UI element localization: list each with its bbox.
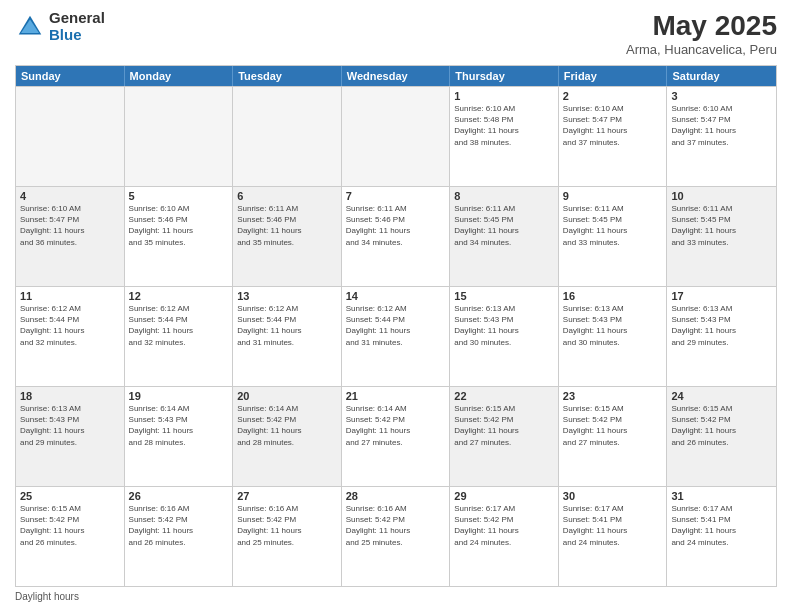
day-number: 10 [671, 190, 772, 202]
day-info: Sunrise: 6:11 AM Sunset: 5:46 PM Dayligh… [237, 203, 337, 248]
day-number: 21 [346, 390, 446, 402]
calendar-cell [16, 87, 125, 186]
calendar-header-cell: Saturday [667, 66, 776, 86]
day-number: 12 [129, 290, 229, 302]
day-info: Sunrise: 6:16 AM Sunset: 5:42 PM Dayligh… [129, 503, 229, 548]
day-number: 9 [563, 190, 663, 202]
calendar-cell: 21Sunrise: 6:14 AM Sunset: 5:42 PM Dayli… [342, 387, 451, 486]
calendar-cell: 5Sunrise: 6:10 AM Sunset: 5:46 PM Daylig… [125, 187, 234, 286]
day-info: Sunrise: 6:12 AM Sunset: 5:44 PM Dayligh… [129, 303, 229, 348]
calendar-row: 18Sunrise: 6:13 AM Sunset: 5:43 PM Dayli… [16, 386, 776, 486]
day-number: 17 [671, 290, 772, 302]
calendar-header-cell: Friday [559, 66, 668, 86]
calendar-cell: 4Sunrise: 6:10 AM Sunset: 5:47 PM Daylig… [16, 187, 125, 286]
calendar-cell [233, 87, 342, 186]
logo: General Blue [15, 10, 105, 43]
calendar-row: 1Sunrise: 6:10 AM Sunset: 5:48 PM Daylig… [16, 86, 776, 186]
day-info: Sunrise: 6:16 AM Sunset: 5:42 PM Dayligh… [346, 503, 446, 548]
day-number: 16 [563, 290, 663, 302]
day-number: 25 [20, 490, 120, 502]
calendar-cell: 15Sunrise: 6:13 AM Sunset: 5:43 PM Dayli… [450, 287, 559, 386]
logo-blue: Blue [49, 27, 105, 44]
calendar-cell: 23Sunrise: 6:15 AM Sunset: 5:42 PM Dayli… [559, 387, 668, 486]
day-info: Sunrise: 6:10 AM Sunset: 5:46 PM Dayligh… [129, 203, 229, 248]
calendar-cell: 31Sunrise: 6:17 AM Sunset: 5:41 PM Dayli… [667, 487, 776, 586]
day-number: 3 [671, 90, 772, 102]
calendar-header-cell: Wednesday [342, 66, 451, 86]
calendar-cell: 30Sunrise: 6:17 AM Sunset: 5:41 PM Dayli… [559, 487, 668, 586]
day-number: 26 [129, 490, 229, 502]
day-info: Sunrise: 6:10 AM Sunset: 5:48 PM Dayligh… [454, 103, 554, 148]
day-number: 7 [346, 190, 446, 202]
month-title: May 2025 [626, 10, 777, 42]
calendar-cell: 25Sunrise: 6:15 AM Sunset: 5:42 PM Dayli… [16, 487, 125, 586]
day-number: 20 [237, 390, 337, 402]
day-info: Sunrise: 6:11 AM Sunset: 5:45 PM Dayligh… [671, 203, 772, 248]
calendar-header-cell: Tuesday [233, 66, 342, 86]
day-info: Sunrise: 6:16 AM Sunset: 5:42 PM Dayligh… [237, 503, 337, 548]
calendar-row: 25Sunrise: 6:15 AM Sunset: 5:42 PM Dayli… [16, 486, 776, 586]
day-info: Sunrise: 6:13 AM Sunset: 5:43 PM Dayligh… [20, 403, 120, 448]
calendar-cell: 24Sunrise: 6:15 AM Sunset: 5:42 PM Dayli… [667, 387, 776, 486]
day-info: Sunrise: 6:17 AM Sunset: 5:42 PM Dayligh… [454, 503, 554, 548]
calendar-cell: 9Sunrise: 6:11 AM Sunset: 5:45 PM Daylig… [559, 187, 668, 286]
calendar-cell: 14Sunrise: 6:12 AM Sunset: 5:44 PM Dayli… [342, 287, 451, 386]
day-number: 11 [20, 290, 120, 302]
day-info: Sunrise: 6:13 AM Sunset: 5:43 PM Dayligh… [454, 303, 554, 348]
calendar-cell: 17Sunrise: 6:13 AM Sunset: 5:43 PM Dayli… [667, 287, 776, 386]
day-info: Sunrise: 6:13 AM Sunset: 5:43 PM Dayligh… [563, 303, 663, 348]
day-number: 6 [237, 190, 337, 202]
day-info: Sunrise: 6:15 AM Sunset: 5:42 PM Dayligh… [454, 403, 554, 448]
title-block: May 2025 Arma, Huancavelica, Peru [626, 10, 777, 57]
calendar-cell: 3Sunrise: 6:10 AM Sunset: 5:47 PM Daylig… [667, 87, 776, 186]
day-number: 2 [563, 90, 663, 102]
calendar-cell: 26Sunrise: 6:16 AM Sunset: 5:42 PM Dayli… [125, 487, 234, 586]
day-number: 14 [346, 290, 446, 302]
page: General Blue May 2025 Arma, Huancavelica… [0, 0, 792, 612]
day-info: Sunrise: 6:17 AM Sunset: 5:41 PM Dayligh… [671, 503, 772, 548]
location: Arma, Huancavelica, Peru [626, 42, 777, 57]
day-number: 5 [129, 190, 229, 202]
calendar-cell: 12Sunrise: 6:12 AM Sunset: 5:44 PM Dayli… [125, 287, 234, 386]
day-info: Sunrise: 6:17 AM Sunset: 5:41 PM Dayligh… [563, 503, 663, 548]
calendar: SundayMondayTuesdayWednesdayThursdayFrid… [15, 65, 777, 587]
calendar-cell: 18Sunrise: 6:13 AM Sunset: 5:43 PM Dayli… [16, 387, 125, 486]
day-info: Sunrise: 6:15 AM Sunset: 5:42 PM Dayligh… [20, 503, 120, 548]
day-info: Sunrise: 6:11 AM Sunset: 5:45 PM Dayligh… [454, 203, 554, 248]
header: General Blue May 2025 Arma, Huancavelica… [15, 10, 777, 57]
calendar-cell [342, 87, 451, 186]
footer-note: Daylight hours [15, 591, 777, 602]
calendar-header-cell: Sunday [16, 66, 125, 86]
calendar-body: 1Sunrise: 6:10 AM Sunset: 5:48 PM Daylig… [16, 86, 776, 586]
calendar-cell: 28Sunrise: 6:16 AM Sunset: 5:42 PM Dayli… [342, 487, 451, 586]
calendar-row: 4Sunrise: 6:10 AM Sunset: 5:47 PM Daylig… [16, 186, 776, 286]
day-info: Sunrise: 6:14 AM Sunset: 5:42 PM Dayligh… [346, 403, 446, 448]
calendar-cell: 1Sunrise: 6:10 AM Sunset: 5:48 PM Daylig… [450, 87, 559, 186]
calendar-cell: 20Sunrise: 6:14 AM Sunset: 5:42 PM Dayli… [233, 387, 342, 486]
calendar-cell: 10Sunrise: 6:11 AM Sunset: 5:45 PM Dayli… [667, 187, 776, 286]
day-number: 1 [454, 90, 554, 102]
calendar-cell: 16Sunrise: 6:13 AM Sunset: 5:43 PM Dayli… [559, 287, 668, 386]
calendar-cell: 22Sunrise: 6:15 AM Sunset: 5:42 PM Dayli… [450, 387, 559, 486]
logo-icon [15, 12, 45, 42]
day-number: 30 [563, 490, 663, 502]
day-info: Sunrise: 6:10 AM Sunset: 5:47 PM Dayligh… [20, 203, 120, 248]
calendar-cell: 29Sunrise: 6:17 AM Sunset: 5:42 PM Dayli… [450, 487, 559, 586]
day-number: 27 [237, 490, 337, 502]
day-number: 13 [237, 290, 337, 302]
day-number: 23 [563, 390, 663, 402]
calendar-cell: 8Sunrise: 6:11 AM Sunset: 5:45 PM Daylig… [450, 187, 559, 286]
calendar-cell: 27Sunrise: 6:16 AM Sunset: 5:42 PM Dayli… [233, 487, 342, 586]
day-number: 8 [454, 190, 554, 202]
day-info: Sunrise: 6:14 AM Sunset: 5:42 PM Dayligh… [237, 403, 337, 448]
calendar-cell: 7Sunrise: 6:11 AM Sunset: 5:46 PM Daylig… [342, 187, 451, 286]
day-info: Sunrise: 6:11 AM Sunset: 5:46 PM Dayligh… [346, 203, 446, 248]
logo-text: General Blue [49, 10, 105, 43]
calendar-cell: 2Sunrise: 6:10 AM Sunset: 5:47 PM Daylig… [559, 87, 668, 186]
day-info: Sunrise: 6:10 AM Sunset: 5:47 PM Dayligh… [671, 103, 772, 148]
calendar-cell: 6Sunrise: 6:11 AM Sunset: 5:46 PM Daylig… [233, 187, 342, 286]
day-number: 18 [20, 390, 120, 402]
calendar-cell: 11Sunrise: 6:12 AM Sunset: 5:44 PM Dayli… [16, 287, 125, 386]
calendar-row: 11Sunrise: 6:12 AM Sunset: 5:44 PM Dayli… [16, 286, 776, 386]
day-info: Sunrise: 6:13 AM Sunset: 5:43 PM Dayligh… [671, 303, 772, 348]
